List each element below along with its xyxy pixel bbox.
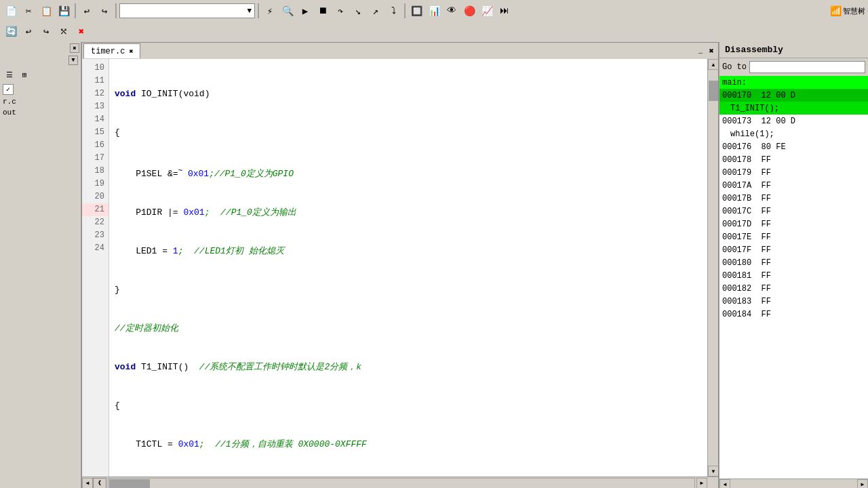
- scroll-track[interactable]: [708, 70, 718, 466]
- right-panel: Disassembly Go to main: 000170 12 00 D T…: [719, 42, 868, 488]
- main-container: ✖ ▼ ☰ ⊞ ✓ r.c out timer.c ✖ _ ✖: [0, 42, 868, 488]
- new-file-btn[interactable]: 📄: [3, 3, 19, 19]
- disasm-line-000173: 000173 12 00 D: [719, 115, 868, 127]
- line-num-14: 14: [82, 113, 108, 126]
- log-btn[interactable]: 🔴: [461, 3, 477, 19]
- code-line-19: T1CTL = 0x01; //1分频，自动重装 0X0000-0XFFFF: [115, 438, 702, 451]
- disasm-line-000178: 000178 FF: [719, 153, 868, 166]
- code-bottom-bar: ◀ ❰ ▶: [82, 476, 718, 488]
- h-scroll-left-btn[interactable]: ◀: [82, 478, 93, 489]
- toolbar-row-1: 📄 ✂ 📋 💾 ↩ ↪ ▼ ⚡ 🔍 ▶ ⏹ ↷ ↘ ↗ ⤵ 🔲 📊 👁 🔴 📈 …: [3, 1, 865, 20]
- copy-btn[interactable]: 📋: [38, 3, 54, 19]
- disasm-line-000170: 000170 12 00 D: [719, 89, 868, 102]
- reg-btn[interactable]: 📊: [426, 3, 442, 19]
- step-into-btn[interactable]: ↘: [350, 3, 366, 19]
- left-panel-item-rc[interactable]: r.c: [0, 96, 81, 107]
- left-panel-icon1[interactable]: ☰: [3, 68, 16, 81]
- left-panel-rc-label: r.c: [3, 98, 16, 106]
- scroll-thumb[interactable]: [709, 81, 718, 101]
- disasm-line-000176: 000176 80 FE: [719, 140, 868, 153]
- left-panel-expand-btn[interactable]: ▼: [68, 56, 78, 65]
- cut-btn[interactable]: ✂: [20, 3, 37, 19]
- vertical-scrollbar[interactable]: ▲ ▼: [707, 59, 718, 476]
- refresh-btn[interactable]: 🔄: [3, 23, 19, 39]
- line-num-15: 15: [82, 126, 108, 139]
- line-num-12: 12: [82, 87, 108, 100]
- disasm-line-000179: 000179 FF: [719, 166, 868, 179]
- code-line-15: }: [115, 283, 702, 296]
- h-scroll-track[interactable]: [108, 478, 695, 489]
- profile-btn[interactable]: 📈: [479, 3, 495, 19]
- h-scroll-thumb[interactable]: [109, 479, 150, 489]
- watch-btn[interactable]: 👁: [443, 3, 460, 19]
- save-btn[interactable]: 💾: [56, 3, 72, 19]
- editor-close-btn[interactable]: ✖: [706, 45, 717, 56]
- mem-btn[interactable]: 🔲: [408, 3, 425, 19]
- code-line-17: void T1_INIT() //系统不配置工作时钟时默认是2分频，k: [115, 361, 702, 373]
- debug-btn[interactable]: 🔍: [279, 3, 296, 19]
- run-btn[interactable]: ▶: [297, 3, 313, 19]
- disasm-line-00017c: 00017C FF: [719, 205, 868, 218]
- editor-minimize-btn[interactable]: _: [695, 45, 706, 56]
- editor-tab-timer[interactable]: timer.c ✖: [83, 43, 140, 58]
- line-num-21: 21: [82, 203, 108, 216]
- disasm-line-000184: 000184 FF: [719, 308, 868, 321]
- disasm-line-000181: 000181 FF: [719, 269, 868, 282]
- sep2: [115, 3, 117, 18]
- line-numbers: 10 11 12 13 14 15 16 17 18 19 20 21 22 2…: [82, 59, 109, 476]
- disassembly-title: Disassembly: [719, 42, 868, 58]
- line-num-24: 24: [82, 242, 108, 255]
- step-over-btn[interactable]: ↷: [332, 3, 349, 19]
- left-panel-icon2[interactable]: ⊞: [18, 68, 31, 81]
- disasm-line-main: main:: [719, 76, 868, 89]
- left-panel-item-out[interactable]: out: [0, 107, 81, 118]
- scroll-down-btn[interactable]: ▼: [708, 466, 718, 476]
- disasm-line-00017f: 00017F FF: [719, 243, 868, 256]
- signal-area: 📶 智慧树: [830, 5, 865, 17]
- left-panel-close-btn[interactable]: ✖: [70, 43, 79, 53]
- line-num-20: 20: [82, 190, 108, 203]
- next-btn[interactable]: ⏭: [496, 3, 513, 19]
- sep3: [258, 3, 259, 18]
- line-num-16: 16: [82, 139, 108, 152]
- line-num-23: 23: [82, 229, 108, 242]
- goto-label: Go to: [722, 62, 747, 72]
- disasm-line-000182: 000182 FF: [719, 282, 868, 295]
- nav-btn3[interactable]: ⤲: [56, 23, 72, 39]
- left-panel: ✖ ▼ ☰ ⊞ ✓ r.c out: [0, 42, 81, 488]
- editor-tab-close-btn[interactable]: ✖: [129, 47, 133, 56]
- stop-nav-btn[interactable]: ✖: [73, 23, 90, 39]
- redo-btn[interactable]: ↪: [96, 3, 113, 19]
- left-panel-toolbar: ☰ ⊞: [0, 66, 81, 83]
- undo-btn[interactable]: ↩: [79, 3, 95, 19]
- line-num-17: 17: [82, 152, 108, 165]
- disasm-h-scroll[interactable]: ◀ ▶: [719, 479, 868, 488]
- disasm-h-scroll-left[interactable]: ◀: [719, 479, 730, 489]
- stop-btn[interactable]: ⏹: [315, 3, 331, 19]
- line-num-10: 10: [82, 62, 108, 75]
- goto-row: Go to: [719, 58, 868, 76]
- code-content[interactable]: void IO_INIT(void) { P1SEL &=~ 0x01;//P1…: [109, 59, 707, 476]
- target-dropdown[interactable]: ▼: [119, 3, 255, 18]
- code-area: 10 11 12 13 14 15 16 17 18 19 20 21 22 2…: [82, 59, 718, 476]
- scroll-up-btn[interactable]: ▲: [708, 59, 718, 70]
- disasm-line-t1init: T1_INIT();: [719, 102, 868, 115]
- h-scroll-right-btn[interactable]: ▶: [696, 478, 707, 489]
- build-btn[interactable]: ⚡: [262, 3, 278, 19]
- nav-btn2[interactable]: ↪: [38, 23, 54, 39]
- signal-icon: 📶: [830, 5, 842, 17]
- disasm-h-scroll-track[interactable]: [730, 480, 857, 489]
- editor-tab-label: timer.c: [91, 47, 125, 56]
- step-btn[interactable]: ⤵: [385, 3, 401, 19]
- editor-tab-bar: timer.c ✖ _ ✖: [82, 43, 718, 59]
- left-nav-btn[interactable]: ❰: [93, 478, 106, 489]
- code-line-13: P1DIR |= 0x01; //P1_0定义为输出: [115, 206, 702, 219]
- code-line-16: //定时器初始化: [115, 322, 702, 335]
- goto-input[interactable]: [749, 61, 865, 73]
- step-out-btn[interactable]: ↗: [368, 3, 384, 19]
- disasm-line-000180: 000180 FF: [719, 256, 868, 269]
- nav-btn1[interactable]: ↩: [20, 23, 37, 39]
- left-panel-check-row: ✓: [0, 83, 81, 96]
- disasm-h-scroll-right[interactable]: ▶: [857, 479, 868, 489]
- left-panel-checkbox[interactable]: ✓: [3, 84, 14, 95]
